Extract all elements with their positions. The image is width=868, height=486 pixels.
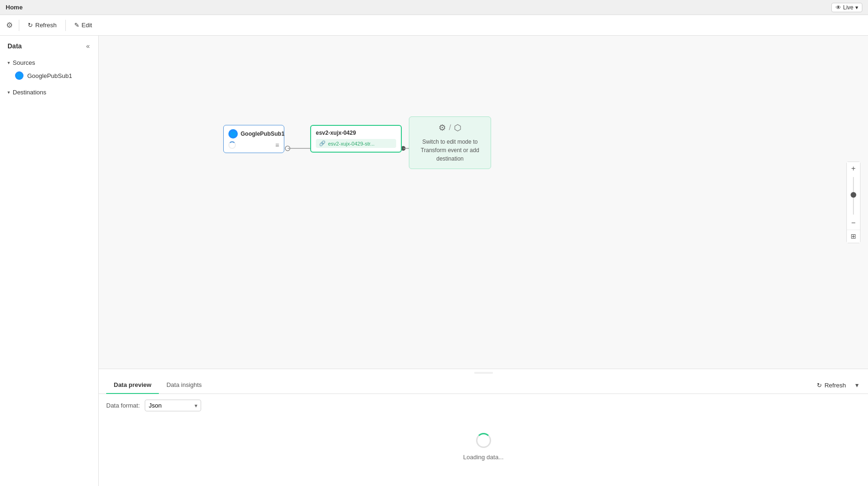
sources-label: Sources	[13, 59, 35, 66]
data-format-select-wrapper: Json Raw Avro	[145, 400, 201, 411]
zoom-in-button[interactable]: +	[847, 162, 860, 175]
export-icon: ⬡	[454, 123, 461, 133]
top-bar-right: 👁 Live ▾	[831, 3, 862, 12]
source-node-label: GooglePubSub1	[241, 131, 284, 137]
slash-separator: /	[449, 123, 451, 132]
toolbar-separator-2	[65, 20, 66, 31]
stream-node[interactable]: esv2-xujx-0429 🔗 esv2-xujx-0429-str...	[310, 125, 402, 153]
eye-icon: 👁	[836, 4, 841, 11]
source-node-header: 🌐 GooglePubSub1	[228, 129, 279, 139]
sidebar-item-googlepubsub1[interactable]: 🌐 GooglePubSub1	[0, 69, 98, 82]
tab-data-insights[interactable]: Data insights	[159, 377, 209, 394]
top-bar: Home 👁 Live ▾	[0, 0, 868, 15]
expand-button[interactable]: ▾	[853, 379, 860, 391]
refresh-button[interactable]: ↻ Refresh	[23, 19, 62, 31]
refresh-icon: ↻	[28, 22, 33, 29]
zoom-out-button[interactable]: −	[847, 216, 860, 230]
data-format-label: Data format:	[106, 402, 140, 409]
connector-svg	[99, 36, 868, 369]
edit-button[interactable]: ✎ Edit	[70, 19, 97, 31]
fit-icon: ⊞	[851, 232, 856, 240]
bottom-content: Data format: Json Raw Avro Loading data.…	[99, 394, 868, 486]
sidebar-sources-header[interactable]: ▾ Sources	[0, 56, 98, 69]
zoom-controls: + − ⊞	[846, 162, 860, 243]
sidebar-destinations-section: ▾ Destinations	[0, 84, 98, 100]
data-format-row: Data format: Json Raw Avro	[106, 400, 860, 411]
source-label: GooglePubSub1	[27, 72, 72, 79]
bottom-panel: Data preview Data insights ↻ Refresh ▾	[99, 369, 868, 486]
dest-hint-icons: ⚙ / ⬡	[415, 123, 485, 133]
gear-icon: ⚙	[438, 123, 446, 133]
canvas[interactable]: 🌐 GooglePubSub1 ≡ esv2-xujx-0429 🔗 esv2-…	[99, 36, 868, 369]
loading-text: Loading data...	[463, 454, 503, 461]
zoom-slider-track	[853, 177, 854, 215]
tab-data-preview[interactable]: Data preview	[106, 377, 159, 394]
bottom-refresh-button[interactable]: ↻ Refresh	[812, 379, 851, 391]
toolbar: ⚙ ↻ Refresh ✎ Edit	[0, 15, 868, 36]
chevron-down-icon-2: ▾	[8, 90, 10, 95]
source-spinner	[228, 141, 236, 149]
chevron-down-icon-3: ▾	[855, 381, 859, 389]
toolbar-separator	[19, 20, 19, 31]
loading-spinner	[476, 433, 491, 448]
tab-data-insights-label: Data insights	[166, 381, 202, 388]
dest-hint-node: ⚙ / ⬡ Switch to edit mode to Transform e…	[409, 116, 491, 169]
stream-subtitle-text: esv2-xujx-0429-str...	[328, 141, 375, 147]
source-node[interactable]: 🌐 GooglePubSub1 ≡	[223, 125, 284, 153]
stream-node-subtitle: 🔗 esv2-xujx-0429-str...	[316, 139, 396, 148]
drag-handle[interactable]	[474, 372, 493, 374]
sidebar-header: Data «	[0, 36, 98, 54]
bottom-tabs: Data preview Data insights ↻ Refresh ▾	[99, 377, 868, 394]
sidebar: Data « ▾ Sources 🌐 GooglePubSub1 ▾ Desti…	[0, 36, 99, 486]
sidebar-destinations-header[interactable]: ▾ Destinations	[0, 86, 98, 99]
svg-point-0	[285, 146, 290, 151]
bottom-panel-right: ↻ Refresh ▾	[812, 379, 860, 391]
source-lines-icon: ≡	[275, 141, 279, 149]
dest-hint-text: Switch to edit mode to Transform event o…	[415, 138, 485, 163]
live-label: Live	[843, 4, 853, 11]
sidebar-title: Data	[8, 42, 22, 50]
zoom-fit-button[interactable]: ⊞	[847, 230, 860, 243]
data-format-select[interactable]: Json Raw Avro	[145, 400, 201, 411]
source-node-icon: 🌐	[228, 129, 238, 139]
sidebar-collapse-button[interactable]: «	[85, 41, 91, 51]
live-badge[interactable]: 👁 Live ▾	[831, 3, 862, 12]
chevron-down-icon: ▾	[855, 4, 858, 11]
destinations-label: Destinations	[13, 89, 47, 96]
loading-area: Loading data...	[106, 419, 860, 475]
stream-node-title: esv2-xujx-0429	[316, 130, 396, 136]
tab-data-preview-label: Data preview	[114, 381, 151, 388]
flow-area: 🌐 GooglePubSub1 ≡ esv2-xujx-0429 🔗 esv2-…	[99, 36, 868, 369]
bottom-refresh-icon: ↻	[817, 382, 822, 389]
sidebar-sources-section: ▾ Sources 🌐 GooglePubSub1	[0, 54, 98, 84]
link-icon: 🔗	[319, 140, 326, 147]
canvas-container: 🌐 GooglePubSub1 ≡ esv2-xujx-0429 🔗 esv2-…	[99, 36, 868, 486]
chevron-down-icon: ▾	[8, 60, 10, 65]
bottom-refresh-label: Refresh	[824, 382, 846, 389]
settings-icon[interactable]: ⚙	[4, 18, 15, 32]
edit-icon: ✎	[74, 22, 79, 29]
page-title: Home	[6, 4, 23, 11]
zoom-slider-thumb[interactable]	[851, 192, 856, 198]
source-icon: 🌐	[15, 71, 23, 80]
main-layout: Data « ▾ Sources 🌐 GooglePubSub1 ▾ Desti…	[0, 36, 868, 486]
